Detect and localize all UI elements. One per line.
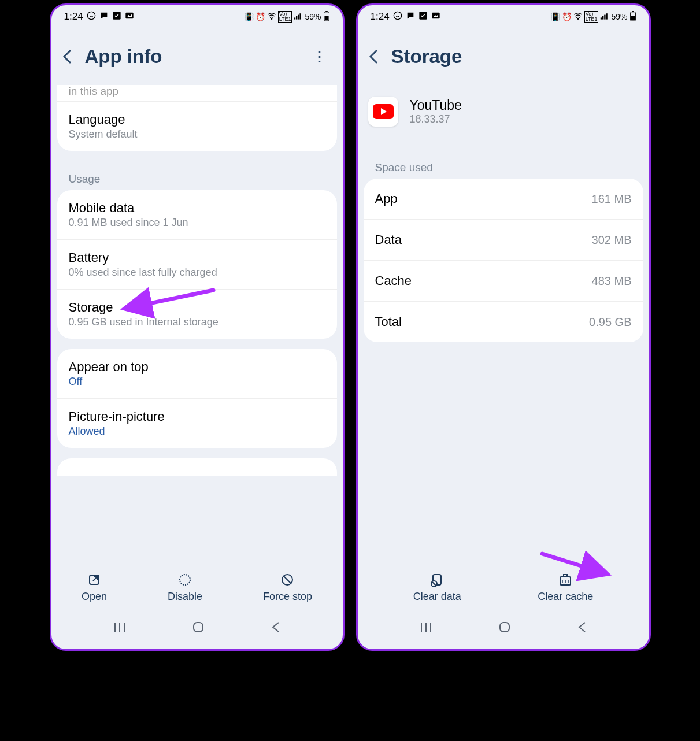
app-version: 18.33.37 [410, 113, 462, 125]
svg-rect-29 [605, 14, 606, 19]
app-size-label: App [375, 191, 398, 206]
svg-rect-6 [296, 16, 297, 20]
navbar [358, 609, 649, 649]
appearontop-title: Appear on top [69, 360, 325, 375]
storage-title: Storage [69, 300, 325, 315]
language-title: Language [69, 112, 325, 127]
volte-icon: Vo)LTE1 [278, 11, 292, 23]
header: App info ⋮ [51, 28, 343, 85]
wifi-icon [573, 12, 583, 22]
open-icon [87, 572, 102, 587]
more-button[interactable]: ⋮ [307, 49, 332, 65]
battery-icon [323, 11, 330, 23]
nav-home[interactable] [498, 620, 512, 638]
nav-recents[interactable] [113, 621, 127, 636]
gallery-icon [431, 11, 440, 23]
app-header: YouTube 18.33.37 [358, 85, 649, 150]
battery-percent: 59% [611, 12, 627, 21]
data-size-label: Data [375, 232, 402, 247]
back-button[interactable] [368, 49, 380, 65]
row-app-size: App 161 MB [364, 179, 643, 219]
content-scroll[interactable]: Space used App 161 MB Data 302 MB Cache … [358, 150, 649, 565]
card-space: App 161 MB Data 302 MB Cache 483 MB Tota… [364, 179, 643, 342]
svg-rect-46 [500, 623, 509, 632]
svg-rect-8 [300, 13, 301, 19]
volte-icon: Vo)LTE1 [584, 11, 599, 23]
section-usage: Usage [57, 161, 337, 190]
app-name: YouTube [410, 98, 462, 113]
youtube-app-icon [368, 97, 398, 127]
mobiledata-sub: 0.91 MB used since 1 Jun [69, 217, 325, 229]
svg-rect-27 [601, 17, 602, 19]
battery-icon [629, 11, 636, 23]
whatsapp-icon [87, 11, 96, 23]
svg-rect-30 [606, 13, 608, 19]
svg-line-17 [284, 576, 291, 583]
open-button[interactable]: Open [82, 572, 107, 603]
card-cut-bottom [57, 458, 337, 476]
nav-back[interactable] [577, 620, 587, 638]
status-time: 1:24 [371, 11, 390, 23]
app-size-value: 161 MB [592, 192, 632, 206]
card-language: in this app Language System default [57, 85, 337, 151]
svg-rect-7 [298, 14, 299, 19]
status-time: 1:24 [64, 11, 83, 23]
row-cache-size: Cache 483 MB [364, 260, 643, 301]
forcestop-label: Force stop [263, 591, 312, 603]
content-scroll[interactable]: in this app Language System default Usag… [51, 85, 343, 565]
cut-prev-row: in this app [57, 85, 337, 101]
total-size-value: 0.95 GB [589, 316, 631, 329]
chat-icon [406, 11, 415, 23]
wifi-icon [267, 12, 276, 22]
open-label: Open [82, 591, 107, 603]
clear-data-label: Clear data [413, 591, 461, 603]
nav-home[interactable] [191, 620, 205, 638]
forcestop-icon [280, 572, 295, 587]
row-language[interactable]: Language System default [57, 101, 337, 151]
card-usage: Mobile data 0.91 MB used since 1 Jun Bat… [57, 190, 337, 339]
disable-button[interactable]: Disable [168, 572, 202, 603]
row-mobile-data[interactable]: Mobile data 0.91 MB used since 1 Jun [57, 190, 337, 239]
clear-data-button[interactable]: Clear data [413, 572, 461, 603]
phone-right-storage: 1:24 📳 ⏰ Vo)LTE1 59% [356, 3, 651, 651]
storage-sub: 0.95 GB used in Internal storage [69, 316, 325, 328]
card-display: Appear on top Off Picture-in-picture All… [57, 349, 337, 448]
battery-percent: 59% [305, 12, 321, 21]
mobiledata-title: Mobile data [69, 201, 325, 216]
data-size-value: 302 MB [592, 234, 632, 247]
forcestop-button[interactable]: Force stop [263, 572, 312, 603]
cache-size-label: Cache [375, 273, 412, 288]
row-battery[interactable]: Battery 0% used since last fully charged [57, 239, 337, 289]
svg-rect-5 [294, 17, 295, 19]
clear-cache-button[interactable]: Clear cache [538, 572, 593, 603]
appearontop-value: Off [69, 376, 325, 388]
pip-value: Allowed [69, 425, 325, 438]
navbar [51, 609, 343, 649]
svg-rect-33 [631, 16, 635, 20]
clear-cache-icon [558, 572, 573, 587]
check-icon [112, 11, 121, 23]
row-storage[interactable]: Storage 0.95 GB used in Internal storage [57, 289, 337, 339]
cache-size-value: 483 MB [592, 275, 632, 288]
page-title: Storage [391, 46, 639, 68]
svg-point-15 [180, 575, 190, 585]
row-pip[interactable]: Picture-in-picture Allowed [57, 398, 337, 448]
clear-cache-label: Clear cache [538, 591, 593, 603]
svg-point-0 [87, 12, 95, 19]
gallery-icon [125, 11, 134, 23]
vibrate-icon: 📳 [550, 12, 560, 21]
section-space-used: Space used [364, 150, 643, 179]
check-icon [418, 11, 428, 23]
disable-label: Disable [168, 591, 202, 603]
chat-icon [99, 11, 109, 23]
alarm-icon: ⏰ [255, 12, 265, 21]
status-bar: 1:24 📳 ⏰ Vo)LTE1 59% [358, 5, 649, 28]
svg-rect-28 [602, 16, 603, 20]
svg-point-26 [577, 18, 579, 20]
back-button[interactable] [62, 49, 73, 65]
youtube-icon [373, 104, 394, 119]
row-appear-on-top[interactable]: Appear on top Off [57, 349, 337, 398]
battery-sub: 0% used since last fully charged [69, 266, 325, 279]
nav-back[interactable] [271, 620, 281, 638]
nav-recents[interactable] [419, 621, 433, 636]
